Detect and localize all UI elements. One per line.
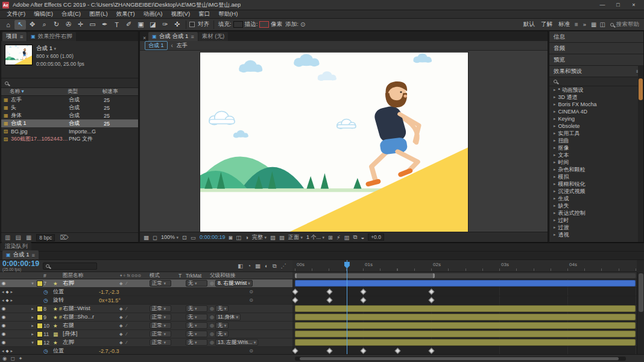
roi-icon[interactable]: ▭ <box>191 234 196 241</box>
tool-button[interactable]: ✛ <box>75 20 86 30</box>
effects-category[interactable]: ▸ * 动画预设 <box>549 86 643 94</box>
resolution-dropdown[interactable]: 完整 ▾ <box>252 233 267 241</box>
project-row[interactable]: ▦ 合成 1 合成 25 <box>1 119 138 127</box>
tool-button[interactable]: ▭ <box>87 20 98 30</box>
footage-name[interactable]: 合成 1 <box>11 119 69 127</box>
camera-dropdown[interactable]: 1 个... ▾ <box>306 233 324 241</box>
project-flowchart-icon[interactable]: ▥ <box>5 234 10 241</box>
label-color-chip[interactable] <box>36 340 43 346</box>
snapshot-icon[interactable]: ◙ <box>229 234 232 241</box>
tool-button[interactable]: ↻ <box>51 20 62 30</box>
layer-switches[interactable]: ◆ ⁄ <box>119 306 150 311</box>
layer-duration-bar[interactable] <box>295 305 636 312</box>
eye-icon[interactable]: ◉ <box>0 281 7 286</box>
blend-mode-dropdown[interactable]: 正常 ▾ <box>150 280 171 287</box>
eye-icon[interactable]: ◉ <box>0 340 7 345</box>
eye-icon[interactable]: ◉ <box>0 331 7 337</box>
layer-duration-bar[interactable] <box>295 280 636 287</box>
project-row[interactable]: ▦ 身体 合成 25 <box>1 112 138 119</box>
delete-icon[interactable]: ⌦ <box>60 234 68 241</box>
effects-category[interactable]: ▸ Keying <box>549 115 643 122</box>
stopwatch-icon[interactable]: ◷ <box>43 289 53 295</box>
tool-button[interactable]: ↖ <box>14 20 26 30</box>
layer-row[interactable]: ◉ ▸ 8 ★ # 右腿::Wrist ◆ ⁄ 正常 ▾ 无 ▾ ◎无 ▾ <box>0 305 292 313</box>
layer-duration-bar[interactable] <box>295 339 636 346</box>
effects-category[interactable]: ▸ 缺失 <box>549 202 643 209</box>
effects-category[interactable]: ▸ 透视 <box>549 231 643 238</box>
twirl-icon[interactable]: ▸ <box>29 332 36 337</box>
effects-category[interactable]: ▸ 模糊和锐化 <box>549 180 643 188</box>
trkmat-dropdown[interactable]: 无 ▾ <box>186 305 207 312</box>
composition-canvas[interactable] <box>200 52 468 232</box>
layer-row[interactable]: ◉ ▸ 9 ★ # 右腿::Sho...r ◆ ⁄ 正常 ▾ 无 ▾ ◎11.身… <box>0 313 292 322</box>
new-composition-icon[interactable]: ▦ <box>26 234 31 241</box>
breadcrumb-current-comp[interactable]: 合成 1 <box>145 41 168 50</box>
keyframe-icon[interactable] <box>292 289 298 295</box>
workspace-overflow[interactable]: » <box>583 21 586 28</box>
layer-duration-bar[interactable] <box>295 331 636 337</box>
property-label[interactable]: 位置 <box>53 288 99 296</box>
tool-button[interactable]: ✜ <box>171 20 183 30</box>
view-layout-icon[interactable]: ▤ <box>279 234 285 241</box>
timeline-hscrollbar[interactable] <box>295 357 626 361</box>
minimize-button[interactable]: — <box>595 2 610 8</box>
work-area-bar[interactable] <box>295 273 435 278</box>
fast-preview-icon[interactable]: ⚡ <box>336 234 341 241</box>
tab-effect-controls[interactable]: ▣ 效果控件右脚 <box>27 32 76 41</box>
label-color-chip[interactable] <box>36 314 43 320</box>
stroke-color-swatch[interactable] <box>259 21 269 28</box>
layer-name[interactable]: 右腿::Sho...r <box>63 313 119 321</box>
parent-dropdown[interactable]: 8. 右腿:Wrist ▾ <box>215 280 253 287</box>
tab-timeline-comp[interactable]: ▣ 合成 1 ≡ <box>2 250 39 259</box>
trkmat-dropdown[interactable]: 无 ▾ <box>186 322 207 329</box>
workspace-menu-icon[interactable]: ≡ <box>575 21 578 28</box>
effects-category[interactable]: ▸ 时间 <box>549 159 643 166</box>
layer-duration-bar[interactable] <box>295 314 636 320</box>
panel-header[interactable]: 预览 <box>549 54 643 66</box>
transparency-grid-icon[interactable]: ▨ <box>270 234 276 241</box>
dimension-link-icon[interactable]: ⊙ <box>210 348 292 354</box>
footage-name[interactable]: BG.jpg <box>11 129 69 135</box>
effects-category[interactable]: ▸ 抠像 <box>549 144 643 151</box>
twirl-icon[interactable]: ▸ <box>554 182 556 186</box>
twirl-icon[interactable]: ▸ <box>554 203 556 208</box>
effects-category[interactable]: ▸ 表达式控制 <box>549 209 643 217</box>
effects-category[interactable]: ▸ CINEMA 4D <box>549 108 643 115</box>
timeline-search[interactable] <box>43 262 97 270</box>
effects-category[interactable]: ▸ 文本 <box>549 151 643 159</box>
label-color-chip[interactable] <box>36 306 43 312</box>
layer-row[interactable]: ◉ ▾ 12 ★ 左脚 ◆ ⁄ 正常 ▾ 无 ▾ ◎13. 左腿:Wris...… <box>0 338 292 347</box>
effects-category[interactable]: ▸ 过渡 <box>549 224 643 231</box>
close-button[interactable]: × <box>626 2 642 8</box>
trkmat-dropdown[interactable]: 无 ▾ <box>186 314 207 320</box>
effects-category[interactable]: ▸ 生成 <box>549 195 643 202</box>
tool-button[interactable]: T <box>111 20 122 30</box>
twirl-icon[interactable]: ▸ <box>554 189 556 194</box>
tool-button[interactable]: ✐ <box>123 20 134 30</box>
effects-category[interactable]: ▸ Boris FX Mocha <box>549 101 643 108</box>
workspace-button[interactable]: 标准 <box>558 21 570 28</box>
comp-mini-flowchart-icon[interactable]: ◧ <box>238 262 243 270</box>
menu-item[interactable]: 图层(L) <box>85 10 112 18</box>
blend-mode-dropdown[interactable]: 正常 ▾ <box>150 305 171 312</box>
layer-name[interactable]: 左脚 <box>63 338 119 346</box>
fill-label[interactable]: 填充: <box>218 21 232 28</box>
blend-mode-dropdown[interactable]: 正常 ▾ <box>150 339 171 346</box>
twirl-icon[interactable]: ▸ <box>554 153 556 157</box>
layer-track-row[interactable] <box>292 322 637 330</box>
effects-category[interactable]: ▸ 沉浸式视频 <box>549 188 643 195</box>
keyframe-icon[interactable] <box>361 297 367 303</box>
twirl-icon[interactable]: ▸ <box>554 196 556 201</box>
twirl-icon[interactable]: ▸ <box>29 306 36 311</box>
keyframe-icon[interactable] <box>361 348 367 354</box>
panel-menu-icon[interactable]: ≡ <box>20 34 23 40</box>
dimension-link-icon[interactable]: ⊙ <box>210 297 292 303</box>
property-row[interactable]: ◂◆▸ ◷ 位置 -1.7,-2.3 ⊙ <box>0 288 292 296</box>
current-time[interactable]: 0:00:00:19 <box>200 234 226 240</box>
twirl-icon[interactable]: ▸ <box>554 160 556 165</box>
effects-category[interactable]: ▸ 实用工具 <box>549 130 643 137</box>
frame-blend-icon[interactable]: ▦ <box>255 262 260 270</box>
workspace-grid-icon[interactable]: ▦ <box>591 21 596 28</box>
layer-row[interactable]: ◉ ▸ 11 ▦ [身体] ◆ ⁄ 正常 ▾ 无 ▾ ◎无 ▾ <box>0 330 292 338</box>
project-search[interactable] <box>1 78 138 88</box>
